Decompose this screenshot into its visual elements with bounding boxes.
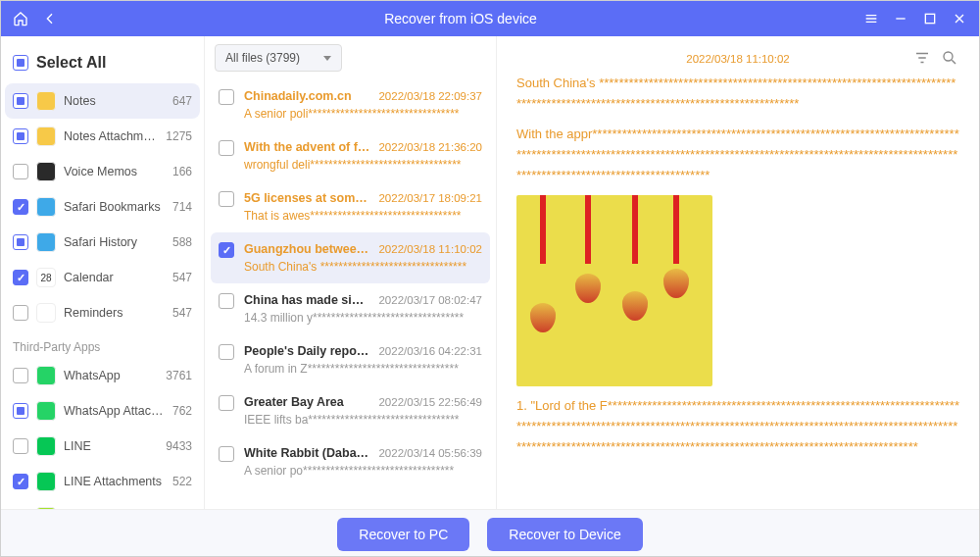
select-all-checkbox[interactable] (13, 55, 28, 71)
sidebar-checkbox[interactable] (13, 368, 28, 383)
file-date: 2022/03/15 22:56:49 (378, 396, 482, 408)
sidebar-item-line-attachments[interactable]: LINE Attachments 522 (5, 464, 200, 499)
file-date: 2022/03/18 11:10:02 (378, 243, 482, 255)
sidebar-item-count: 1275 (166, 129, 192, 143)
file-item[interactable]: White Rabbit (Dabaitu) m... 2022/03/14 0… (211, 436, 490, 487)
app-icon (36, 127, 56, 146)
file-checkbox[interactable] (219, 242, 234, 258)
file-checkbox[interactable] (219, 293, 234, 309)
menu-icon[interactable] (863, 11, 879, 26)
sidebar-checkbox[interactable] (13, 93, 28, 109)
sidebar-checkbox[interactable] (13, 270, 28, 285)
sidebar-item-label: LINE (64, 439, 158, 453)
detail-date: 2022/03/18 11:10:02 (516, 50, 959, 68)
file-item[interactable]: 5G licenses at some point... 2022/03/17 … (211, 181, 490, 232)
third-party-header: Third-Party Apps (5, 330, 200, 358)
file-date: 2022/03/17 08:02:47 (378, 294, 482, 306)
svg-rect-0 (925, 14, 934, 23)
minimize-icon[interactable] (893, 11, 908, 26)
file-checkbox[interactable] (219, 344, 234, 360)
recover-to-device-button[interactable]: Recover to Device (487, 518, 642, 551)
file-title: With the advent of full-so... (244, 140, 370, 154)
file-preview: A forum in Z****************************… (244, 362, 482, 376)
sidebar-checkbox[interactable] (13, 438, 28, 454)
app-icon: 28 (36, 268, 56, 287)
file-date: 2022/03/14 05:56:39 (378, 447, 482, 459)
sidebar-item-label: Calendar (64, 271, 165, 284)
file-title: Greater Bay Area (244, 395, 370, 409)
file-checkbox[interactable] (219, 395, 234, 411)
select-all-row[interactable]: Select All (5, 44, 200, 83)
maximize-icon[interactable] (922, 11, 938, 26)
file-title: People's Daily reported M... (244, 344, 370, 358)
file-list-panel: All files (3799) Chinadaily.com.cn 2022/… (205, 36, 497, 509)
recover-to-pc-button[interactable]: Recover to PC (337, 518, 469, 551)
sidebar-item-count: 647 (172, 94, 192, 108)
sidebar-item-whatsapp-attachments[interactable]: WhatsApp Attachments 762 (5, 393, 200, 429)
sidebar-item-count: 9433 (166, 439, 192, 453)
close-icon[interactable] (952, 11, 967, 26)
file-date: 2022/03/18 22:09:37 (378, 90, 482, 102)
detail-image (516, 195, 712, 386)
file-title: Chinadaily.com.cn (244, 89, 370, 103)
sidebar-item-reminders[interactable]: Reminders 547 (5, 295, 200, 330)
app-icon (36, 197, 56, 217)
home-icon[interactable] (13, 11, 28, 26)
sidebar-item-safari-bookmarks[interactable]: Safari Bookmarks 714 (5, 189, 200, 225)
sidebar-item-label: Notes (64, 94, 165, 108)
sidebar-item-voice-memos[interactable]: Voice Memos 166 (5, 154, 200, 189)
file-checkbox[interactable] (219, 446, 234, 462)
sidebar-item-label: Notes Attachments (64, 129, 158, 143)
window-title: Recover from iOS device (58, 11, 863, 26)
detail-paragraph: South China's **************************… (516, 74, 959, 115)
sidebar-checkbox[interactable] (13, 305, 28, 321)
file-preview: South China's **************************… (244, 260, 482, 274)
detail-panel: 2022/03/18 11:10:02 South China's ******… (497, 36, 979, 509)
sidebar-item-count: 547 (172, 271, 192, 284)
app-icon (36, 303, 56, 323)
file-preview: IEEE lifts ba***************************… (244, 413, 482, 427)
sidebar-checkbox[interactable] (13, 128, 28, 144)
filter-dropdown[interactable]: All files (3799) (215, 44, 342, 72)
file-item[interactable]: Greater Bay Area 2022/03/15 22:56:49 IEE… (211, 385, 490, 436)
sidebar-checkbox[interactable] (13, 403, 28, 419)
sidebar-checkbox[interactable] (13, 474, 28, 489)
sidebar-item-count: 762 (172, 404, 192, 418)
file-preview: wrongful deli***************************… (244, 158, 482, 172)
file-checkbox[interactable] (219, 89, 234, 105)
file-title: 5G licenses at some point... (244, 191, 370, 205)
file-preview: A senior po*****************************… (244, 464, 482, 478)
sidebar-item-notes-attachments[interactable]: Notes Attachments 1275 (5, 119, 200, 154)
sidebar-checkbox[interactable] (13, 199, 28, 215)
app-icon (36, 366, 56, 385)
sidebar-item-count: 588 (172, 235, 192, 249)
sidebar: Select All Notes 647 Notes Attachments 1… (1, 36, 205, 509)
file-checkbox[interactable] (219, 191, 234, 207)
app-icon (36, 162, 56, 181)
file-checkbox[interactable] (219, 140, 234, 156)
sidebar-item-whatsapp[interactable]: WhatsApp 3761 (5, 358, 200, 393)
app-icon (36, 472, 56, 491)
detail-paragraph: 1. "Lord of the F***********************… (516, 396, 959, 457)
sidebar-checkbox[interactable] (13, 234, 28, 250)
sidebar-item-safari-history[interactable]: Safari History 588 (5, 225, 200, 260)
file-list: Chinadaily.com.cn 2022/03/18 22:09:37 A … (205, 79, 496, 509)
app-icon (36, 507, 56, 509)
file-item[interactable]: Chinadaily.com.cn 2022/03/18 22:09:37 A … (211, 79, 490, 130)
sidebar-item-line[interactable]: LINE 9433 (5, 429, 200, 464)
sidebar-item-kik[interactable]: Kik 8774 (5, 499, 200, 509)
sidebar-item-label: Reminders (64, 306, 165, 320)
sidebar-item-calendar[interactable]: 28 Calendar 547 (5, 260, 200, 295)
sidebar-item-label: Safari Bookmarks (64, 200, 165, 214)
app-icon (36, 436, 56, 456)
back-icon[interactable] (42, 11, 58, 26)
file-item[interactable]: China has made significan... 2022/03/17 … (211, 283, 490, 334)
file-item[interactable]: With the advent of full-so... 2022/03/18… (211, 130, 490, 181)
file-item[interactable]: Guangzhou between April ... 2022/03/18 1… (211, 232, 490, 283)
file-item[interactable]: People's Daily reported M... 2022/03/16 … (211, 334, 490, 385)
sidebar-checkbox[interactable] (13, 164, 28, 179)
sidebar-item-count: 714 (172, 200, 192, 214)
file-preview: A senior poli***************************… (244, 107, 482, 121)
sidebar-item-label: WhatsApp (64, 369, 158, 382)
sidebar-item-notes[interactable]: Notes 647 (5, 83, 200, 119)
